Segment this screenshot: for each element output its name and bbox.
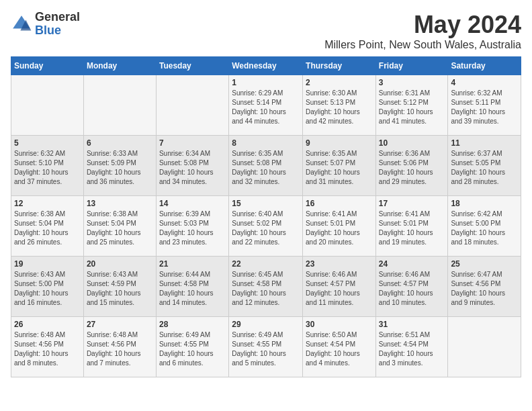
day-info: Sunrise: 6:40 AM Sunset: 5:02 PM Dayligh… [232, 210, 300, 247]
header-cell-monday: Monday [83, 57, 156, 75]
calendar-cell: 29Sunrise: 6:49 AM Sunset: 4:55 PM Dayli… [229, 317, 303, 377]
day-info: Sunrise: 6:47 AM Sunset: 4:56 PM Dayligh… [451, 270, 518, 308]
day-info: Sunrise: 6:49 AM Sunset: 4:55 PM Dayligh… [159, 330, 226, 368]
day-info: Sunrise: 6:33 AM Sunset: 5:09 PM Dayligh… [87, 149, 153, 187]
day-info: Sunrise: 6:34 AM Sunset: 5:08 PM Dayligh… [159, 149, 226, 187]
day-info: Sunrise: 6:44 AM Sunset: 4:58 PM Dayligh… [159, 270, 226, 308]
day-number: 16 [306, 199, 373, 208]
header-cell-friday: Friday [375, 57, 448, 75]
calendar-cell: 12Sunrise: 6:38 AM Sunset: 5:04 PM Dayli… [11, 196, 84, 257]
calendar-cell: 10Sunrise: 6:36 AM Sunset: 5:06 PM Dayli… [375, 136, 448, 196]
day-number: 21 [159, 259, 226, 269]
calendar-cell: 27Sunrise: 6:48 AM Sunset: 4:56 PM Dayli… [83, 317, 156, 377]
calendar-cell: 23Sunrise: 6:46 AM Sunset: 4:57 PM Dayli… [303, 257, 376, 317]
day-number: 14 [159, 199, 226, 208]
calendar-cell: 2Sunrise: 6:30 AM Sunset: 5:13 PM Daylig… [303, 75, 376, 136]
day-info: Sunrise: 6:41 AM Sunset: 5:01 PM Dayligh… [379, 210, 445, 247]
day-info: Sunrise: 6:43 AM Sunset: 5:00 PM Dayligh… [14, 270, 81, 308]
calendar-cell: 5Sunrise: 6:32 AM Sunset: 5:10 PM Daylig… [11, 136, 84, 196]
calendar-cell: 19Sunrise: 6:43 AM Sunset: 5:00 PM Dayli… [11, 257, 84, 317]
day-info: Sunrise: 6:35 AM Sunset: 5:07 PM Dayligh… [306, 149, 373, 187]
day-number: 9 [306, 138, 373, 148]
day-number: 1 [232, 78, 300, 87]
day-number: 19 [14, 259, 81, 269]
calendar-cell: 18Sunrise: 6:42 AM Sunset: 5:00 PM Dayli… [448, 196, 521, 257]
day-number: 29 [232, 320, 300, 329]
calendar-cell: 4Sunrise: 6:32 AM Sunset: 5:11 PM Daylig… [448, 75, 521, 136]
day-number: 10 [379, 138, 445, 148]
day-info: Sunrise: 6:38 AM Sunset: 5:04 PM Dayligh… [87, 210, 153, 247]
day-number: 27 [87, 320, 153, 329]
day-number: 22 [232, 259, 300, 269]
day-number: 13 [87, 199, 153, 208]
week-row-1: 1Sunrise: 6:29 AM Sunset: 5:14 PM Daylig… [11, 75, 521, 136]
day-info: Sunrise: 6:50 AM Sunset: 4:54 PM Dayligh… [306, 330, 373, 368]
logo-icon [11, 13, 32, 35]
day-number: 31 [379, 320, 445, 329]
calendar-cell: 3Sunrise: 6:31 AM Sunset: 5:12 PM Daylig… [375, 75, 448, 136]
day-number: 11 [451, 138, 518, 148]
day-info: Sunrise: 6:29 AM Sunset: 5:14 PM Dayligh… [232, 89, 300, 126]
day-info: Sunrise: 6:38 AM Sunset: 5:04 PM Dayligh… [14, 210, 81, 247]
day-number: 24 [379, 259, 445, 269]
calendar-cell: 13Sunrise: 6:38 AM Sunset: 5:04 PM Dayli… [83, 196, 156, 257]
calendar-table: SundayMondayTuesdayWednesdayThursdayFrid… [11, 56, 521, 377]
calendar-cell: 28Sunrise: 6:49 AM Sunset: 4:55 PM Dayli… [156, 317, 228, 377]
day-number: 17 [379, 199, 445, 208]
header-cell-sunday: Sunday [11, 57, 84, 75]
day-number: 15 [232, 199, 300, 208]
day-number: 23 [306, 259, 373, 269]
calendar-cell: 15Sunrise: 6:40 AM Sunset: 5:02 PM Dayli… [229, 196, 303, 257]
day-number: 6 [87, 138, 153, 148]
day-number: 12 [14, 199, 81, 208]
calendar-cell: 22Sunrise: 6:45 AM Sunset: 4:58 PM Dayli… [229, 257, 303, 317]
calendar-cell [83, 75, 156, 136]
logo: General Blue [11, 11, 80, 38]
subtitle: Millers Point, New South Wales, Australi… [324, 39, 521, 51]
header-cell-wednesday: Wednesday [229, 57, 303, 75]
calendar-cell: 20Sunrise: 6:43 AM Sunset: 4:59 PM Dayli… [83, 257, 156, 317]
day-info: Sunrise: 6:48 AM Sunset: 4:56 PM Dayligh… [87, 330, 153, 368]
header-cell-thursday: Thursday [303, 57, 376, 75]
day-number: 5 [14, 138, 81, 148]
calendar-cell: 17Sunrise: 6:41 AM Sunset: 5:01 PM Dayli… [375, 196, 448, 257]
day-info: Sunrise: 6:46 AM Sunset: 4:57 PM Dayligh… [306, 270, 373, 308]
calendar-cell: 6Sunrise: 6:33 AM Sunset: 5:09 PM Daylig… [83, 136, 156, 196]
day-info: Sunrise: 6:32 AM Sunset: 5:10 PM Dayligh… [14, 149, 81, 187]
calendar-cell [156, 75, 228, 136]
day-info: Sunrise: 6:37 AM Sunset: 5:05 PM Dayligh… [451, 149, 518, 187]
day-info: Sunrise: 6:42 AM Sunset: 5:00 PM Dayligh… [451, 210, 518, 247]
header-row: SundayMondayTuesdayWednesdayThursdayFrid… [11, 57, 521, 75]
day-info: Sunrise: 6:31 AM Sunset: 5:12 PM Dayligh… [379, 89, 445, 126]
day-number: 7 [159, 138, 226, 148]
day-number: 25 [451, 259, 518, 269]
calendar-cell: 11Sunrise: 6:37 AM Sunset: 5:05 PM Dayli… [448, 136, 521, 196]
title-block: May 2024 Millers Point, New South Wales,… [324, 11, 521, 51]
day-number: 30 [306, 320, 373, 329]
calendar-cell: 31Sunrise: 6:51 AM Sunset: 4:54 PM Dayli… [375, 317, 448, 377]
calendar-cell: 21Sunrise: 6:44 AM Sunset: 4:58 PM Dayli… [156, 257, 228, 317]
day-info: Sunrise: 6:41 AM Sunset: 5:01 PM Dayligh… [306, 210, 373, 247]
day-info: Sunrise: 6:51 AM Sunset: 4:54 PM Dayligh… [379, 330, 445, 368]
day-number: 26 [14, 320, 81, 329]
logo-blue: Blue [35, 24, 80, 38]
day-number: 3 [379, 78, 445, 87]
day-number: 18 [451, 199, 518, 208]
calendar-cell: 25Sunrise: 6:47 AM Sunset: 4:56 PM Dayli… [448, 257, 521, 317]
logo-general: General [35, 11, 80, 24]
page-header: General Blue May 2024 Millers Point, New… [11, 11, 521, 51]
day-info: Sunrise: 6:39 AM Sunset: 5:03 PM Dayligh… [159, 210, 226, 247]
calendar-cell: 8Sunrise: 6:35 AM Sunset: 5:08 PM Daylig… [229, 136, 303, 196]
day-info: Sunrise: 6:48 AM Sunset: 4:56 PM Dayligh… [14, 330, 81, 368]
calendar-cell: 24Sunrise: 6:46 AM Sunset: 4:57 PM Dayli… [375, 257, 448, 317]
day-info: Sunrise: 6:36 AM Sunset: 5:06 PM Dayligh… [379, 149, 445, 187]
day-number: 28 [159, 320, 226, 329]
calendar-cell: 16Sunrise: 6:41 AM Sunset: 5:01 PM Dayli… [303, 196, 376, 257]
calendar-cell: 26Sunrise: 6:48 AM Sunset: 4:56 PM Dayli… [11, 317, 84, 377]
header-cell-tuesday: Tuesday [156, 57, 228, 75]
day-number: 2 [306, 78, 373, 87]
day-info: Sunrise: 6:45 AM Sunset: 4:58 PM Dayligh… [232, 270, 300, 308]
week-row-2: 5Sunrise: 6:32 AM Sunset: 5:10 PM Daylig… [11, 136, 521, 196]
calendar-cell: 30Sunrise: 6:50 AM Sunset: 4:54 PM Dayli… [303, 317, 376, 377]
week-row-4: 19Sunrise: 6:43 AM Sunset: 5:00 PM Dayli… [11, 257, 521, 317]
